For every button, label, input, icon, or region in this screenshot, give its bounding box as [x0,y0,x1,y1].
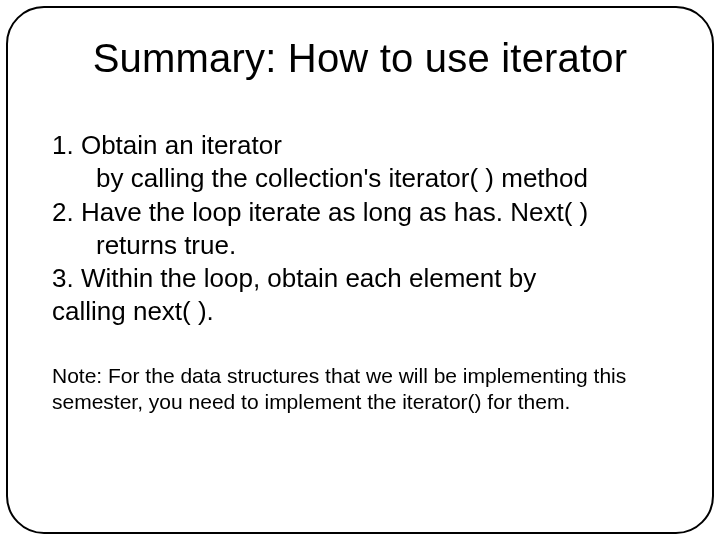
slide-note: Note: For the data structures that we wi… [52,363,668,417]
note-line2: semester, you need to implement the iter… [52,389,668,416]
slide-title: Summary: How to use iterator [52,36,668,81]
list-item-1-line2: by calling the collection's iterator( ) … [52,162,668,195]
list-item-2-line2: returns true. [52,229,668,262]
list-item-1-line1: 1. Obtain an iterator [52,129,668,162]
slide-body: 1. Obtain an iterator by calling the col… [52,129,668,329]
list-item-3-line1: 3. Within the loop, obtain each element … [52,262,668,295]
note-line1: Note: For the data structures that we wi… [52,363,668,390]
list-item-3-line2: calling next( ). [52,295,668,328]
slide-frame: Summary: How to use iterator 1. Obtain a… [6,6,714,534]
list-item-2-line1: 2. Have the loop iterate as long as has.… [52,196,668,229]
